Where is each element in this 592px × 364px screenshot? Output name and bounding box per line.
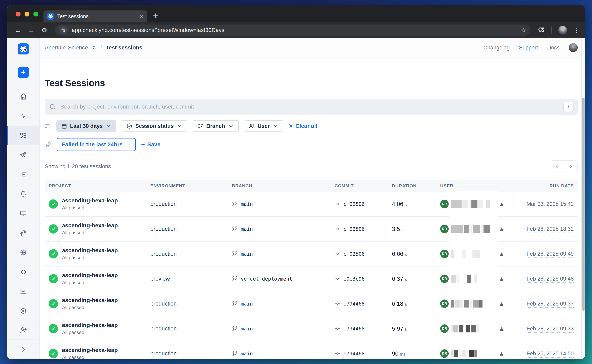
run-date-link[interactable]: Feb 28, 2025 09:48 bbox=[527, 276, 574, 283]
support-link[interactable]: Support bbox=[519, 45, 538, 51]
duration-cell: 5.97s bbox=[392, 325, 440, 332]
next-page-button[interactable] bbox=[564, 161, 577, 172]
project-name[interactable]: ascending-hexa-leap bbox=[62, 272, 118, 279]
filter-lines-icon[interactable] bbox=[45, 123, 51, 129]
table-row[interactable]: ascending-hexa-leap All passed productio… bbox=[45, 316, 578, 341]
user-cell: DR ▲ bbox=[440, 266, 510, 291]
sidebar-item-explore[interactable] bbox=[7, 145, 40, 165]
check-circle-icon bbox=[126, 123, 132, 129]
browser-menu-icon[interactable]: ⋮ bbox=[573, 26, 580, 34]
chevron-down-icon bbox=[176, 123, 182, 129]
sidebar-item-test-sessions[interactable] bbox=[7, 126, 40, 145]
run-date-link[interactable]: Feb 28, 2025 09:37 bbox=[527, 301, 574, 308]
status-passed-icon bbox=[49, 274, 58, 283]
forward-button[interactable]: → bbox=[26, 26, 37, 34]
col-user: USER bbox=[440, 183, 510, 188]
sidebar-item-monitoring[interactable] bbox=[7, 106, 40, 126]
table-row[interactable]: ascending-hexa-leap All passed productio… bbox=[45, 341, 578, 359]
pin-icon[interactable] bbox=[45, 141, 52, 148]
session-status-filter-button[interactable]: Session status bbox=[121, 120, 187, 132]
close-window-button[interactable] bbox=[16, 12, 20, 16]
run-date-link[interactable]: Mar 03, 2025 15:42 bbox=[527, 201, 574, 208]
sidebar-item-runtimes[interactable] bbox=[7, 165, 40, 184]
run-date-link[interactable]: Feb 25, 2025 14:50 bbox=[527, 351, 574, 358]
saved-filter-chip[interactable]: Failed in the last 24hrs ⋮ bbox=[57, 138, 136, 151]
sidebar-item-maintenance[interactable] bbox=[7, 223, 40, 243]
url-text[interactable]: app.checklyhq.com/test-sessions?presetWi… bbox=[72, 27, 516, 33]
table-row[interactable]: ascending-hexa-leap All passed productio… bbox=[45, 291, 578, 316]
project-name[interactable]: ascending-hexa-leap bbox=[62, 222, 118, 229]
status-label: All passed bbox=[62, 355, 118, 359]
scrollbar-track[interactable] bbox=[581, 38, 585, 359]
user-cell: DR ▲ bbox=[440, 192, 510, 216]
sidebar-item-traces[interactable] bbox=[7, 301, 40, 321]
account-switcher-updown-icon[interactable] bbox=[92, 45, 97, 50]
save-label: Save bbox=[147, 141, 161, 148]
minimize-window-button[interactable] bbox=[25, 12, 29, 16]
browser-tab[interactable]: Test sessions ✕ bbox=[43, 10, 147, 22]
search-bar[interactable]: / bbox=[45, 99, 578, 115]
new-tab-button[interactable]: + bbox=[153, 11, 158, 20]
sidebar-item-private-locations[interactable] bbox=[7, 243, 40, 262]
prev-page-button[interactable] bbox=[550, 161, 564, 172]
sidebar-item-snippets[interactable] bbox=[7, 262, 40, 282]
checkly-logo[interactable] bbox=[18, 43, 29, 54]
sidebar-item-analytics[interactable] bbox=[7, 282, 40, 301]
commit-icon bbox=[335, 226, 341, 232]
table-row[interactable]: ascending-hexa-leap All passed productio… bbox=[45, 241, 578, 266]
breadcrumb-separator: / bbox=[101, 45, 102, 51]
project-name[interactable]: ascending-hexa-leap bbox=[62, 347, 118, 353]
browser-profile-avatar[interactable] bbox=[558, 26, 567, 35]
sidebar-item-alerts[interactable] bbox=[7, 184, 40, 204]
changelog-link[interactable]: Changelog bbox=[483, 45, 510, 51]
globe-icon bbox=[20, 249, 27, 256]
sidebar-item-invite-user[interactable] bbox=[7, 321, 40, 339]
user-filter-button[interactable]: User bbox=[244, 120, 283, 132]
scrollbar-thumb[interactable] bbox=[582, 98, 585, 311]
docs-link[interactable]: Docs bbox=[547, 45, 560, 51]
sidebar-item-home[interactable] bbox=[7, 87, 40, 106]
duration-cell: 6.66s bbox=[392, 251, 440, 257]
table-row[interactable]: ascending-hexa-leap All passed preview v… bbox=[45, 266, 578, 291]
project-name[interactable]: ascending-hexa-leap bbox=[62, 197, 118, 204]
branch-cell: main bbox=[232, 226, 335, 232]
card-list-icon bbox=[20, 171, 27, 178]
extensions-icon[interactable] bbox=[538, 27, 544, 33]
maximize-window-button[interactable] bbox=[34, 12, 38, 16]
commit-hash: cf02506 bbox=[343, 226, 364, 232]
sidebar-collapse-toggle[interactable] bbox=[7, 339, 40, 359]
run-date-link[interactable]: Feb 28, 2025 18:32 bbox=[527, 226, 574, 233]
tab-close-icon[interactable]: ✕ bbox=[139, 14, 144, 19]
account-switcher[interactable]: Aperture Science bbox=[45, 45, 88, 51]
project-name[interactable]: ascending-hexa-leap bbox=[62, 247, 118, 254]
user-profile-avatar[interactable] bbox=[569, 43, 578, 52]
site-settings-icon[interactable] bbox=[59, 26, 68, 34]
sidebar-item-dashboards[interactable] bbox=[7, 204, 40, 223]
saved-filter-menu-icon[interactable]: ⋮ bbox=[126, 141, 132, 148]
project-name[interactable]: ascending-hexa-leap bbox=[62, 322, 118, 328]
table-row[interactable]: ascending-hexa-leap All passed productio… bbox=[45, 192, 578, 216]
create-new-button[interactable]: + bbox=[18, 67, 29, 78]
branch-cell: main bbox=[232, 251, 335, 257]
date-range-filter-button[interactable]: Last 30 days bbox=[56, 120, 116, 132]
commit-hash: e794468 bbox=[343, 351, 364, 357]
branch-filter-button[interactable]: Branch bbox=[193, 120, 239, 132]
clear-all-filters-link[interactable]: ✕ Clear all bbox=[289, 123, 317, 129]
search-input[interactable] bbox=[60, 103, 560, 110]
address-bar[interactable]: app.checklyhq.com/test-sessions?presetWi… bbox=[55, 25, 530, 36]
vercel-triangle-icon: ▲ bbox=[499, 250, 505, 257]
plus-icon: + bbox=[141, 141, 145, 148]
run-date-link[interactable]: Feb 28, 2025 09:49 bbox=[527, 251, 574, 258]
toolbar-divider bbox=[551, 26, 552, 34]
user-avatar: DR bbox=[440, 225, 449, 233]
bookmark-star-icon[interactable]: ☆ bbox=[520, 26, 526, 34]
project-name[interactable]: ascending-hexa-leap bbox=[62, 297, 118, 304]
reload-button[interactable]: ⟳ bbox=[39, 26, 50, 34]
back-button[interactable]: ← bbox=[13, 26, 24, 34]
status-label: All passed bbox=[62, 305, 118, 310]
redacted-user-name bbox=[451, 225, 498, 233]
redacted-user-name bbox=[451, 350, 498, 357]
save-filter-link[interactable]: + Save bbox=[141, 141, 161, 148]
table-row[interactable]: ascending-hexa-leap All passed productio… bbox=[45, 216, 578, 241]
run-date-link[interactable]: Feb 28, 2025 09:33 bbox=[527, 326, 574, 333]
